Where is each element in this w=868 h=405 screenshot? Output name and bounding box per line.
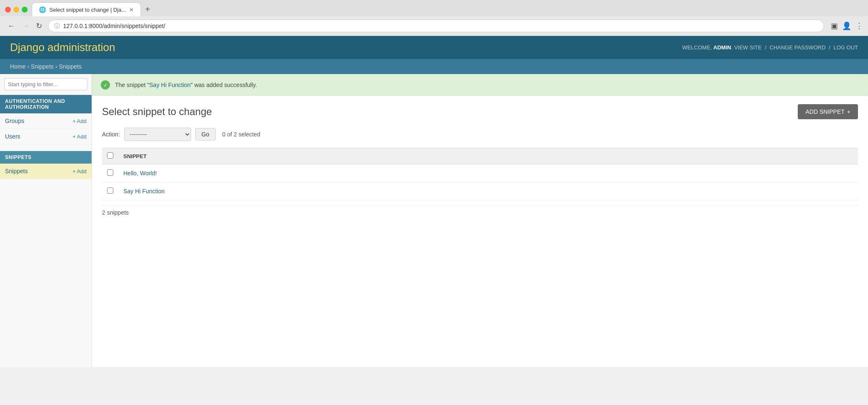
page-title: Select snippet to change: [102, 106, 212, 118]
auth-section-header: AUTHENTICATION AND AUTHORIZATION: [0, 95, 92, 113]
snippet-link-1[interactable]: Say Hi Function: [123, 188, 165, 195]
row-snippet-cell: Hello, World!: [118, 164, 858, 182]
breadcrumb-sep2: ›: [55, 63, 57, 70]
reload-button[interactable]: ↻: [33, 21, 45, 31]
main-content: ✓ The snippet "Say Hi Function" was adde…: [92, 74, 868, 367]
table-row: Say Hi Function: [102, 182, 858, 200]
sidebar-item-users: Users + Add: [0, 129, 92, 144]
tab-close-icon[interactable]: ✕: [129, 7, 134, 13]
breadcrumb-snippets-child: Snippets: [59, 63, 82, 70]
th-snippet: SNIPPET: [118, 148, 858, 164]
breadcrumb: Home › Snippets › Snippets: [0, 59, 868, 74]
user-nav: WELCOME, ADMIN. VIEW SITE / CHANGE PASSW…: [682, 44, 858, 51]
add-snippet-button[interactable]: ADD SNIPPET +: [798, 104, 858, 119]
forward-button[interactable]: →: [19, 21, 32, 31]
view-site-link[interactable]: VIEW SITE: [734, 44, 762, 51]
action-select[interactable]: ---------: [124, 128, 191, 141]
row-checkbox-cell: [102, 182, 118, 200]
sidebar: AUTHENTICATION AND AUTHORIZATION Groups …: [0, 74, 92, 367]
django-content: AUTHENTICATION AND AUTHORIZATION Groups …: [0, 74, 868, 367]
success-snippet-link[interactable]: Say Hi Function: [149, 82, 191, 88]
snippet-count: 2 snippets: [102, 205, 858, 216]
table-header-row: SNIPPET: [102, 148, 858, 164]
snippets-add-link[interactable]: + Add: [72, 168, 87, 174]
tab-favicon: 🌐: [39, 6, 46, 13]
cast-icon[interactable]: ▣: [831, 21, 838, 31]
change-password-link[interactable]: CHANGE PASSWORD: [770, 44, 826, 51]
sep2: /: [829, 44, 830, 51]
action-label: Action:: [102, 131, 120, 138]
tab-bar: 🌐 Select snippet to change | Dja... ✕ +: [0, 0, 868, 16]
row-snippet-cell: Say Hi Function: [118, 182, 858, 200]
success-message: ✓ The snippet "Say Hi Function" was adde…: [92, 74, 868, 96]
django-app: Django administration WELCOME, ADMIN. VI…: [0, 36, 868, 405]
table-row: Hello, World!: [102, 164, 858, 182]
django-title: Django administration: [10, 41, 115, 54]
th-checkbox: [102, 148, 118, 164]
row-checkbox-cell: [102, 164, 118, 182]
users-link[interactable]: Users: [5, 133, 20, 140]
action-bar: Action: --------- Go 0 of 2 selected: [102, 128, 858, 141]
back-button[interactable]: ←: [5, 21, 18, 31]
sidebar-filter-input[interactable]: [4, 78, 87, 90]
sidebar-filter-container: [0, 74, 92, 95]
welcome-prefix: WELCOME,: [682, 44, 712, 51]
breadcrumb-snippets-parent[interactable]: Snippets: [31, 63, 54, 70]
snippets-link[interactable]: Snippets: [5, 168, 28, 174]
active-tab[interactable]: 🌐 Select snippet to change | Dja... ✕: [32, 3, 141, 16]
row-checkbox-1[interactable]: [107, 187, 113, 194]
traffic-lights: [5, 7, 28, 13]
breadcrumb-home[interactable]: Home: [10, 63, 26, 70]
browser-chrome: 🌐 Select snippet to change | Dja... ✕ + …: [0, 0, 868, 36]
admin-name: ADMIN: [713, 44, 731, 51]
content-header: Select snippet to change ADD SNIPPET +: [102, 104, 858, 119]
traffic-light-green[interactable]: [22, 7, 28, 13]
selected-count: 0 of 2 selected: [222, 131, 260, 138]
address-bar[interactable]: ⓘ 127.0.0.1:8000/admin/snippets/snippet/: [48, 20, 824, 32]
success-icon: ✓: [101, 80, 110, 90]
go-button[interactable]: Go: [195, 128, 216, 141]
row-checkbox-0[interactable]: [107, 169, 113, 176]
address-icon: ⓘ: [54, 22, 60, 30]
groups-add-link[interactable]: + Add: [72, 118, 87, 124]
sep1: /: [765, 44, 766, 51]
snippets-section-header: SNIPPETS: [0, 151, 92, 164]
add-snippet-plus-icon: +: [847, 108, 850, 115]
sidebar-item-snippets: Snippets + Add: [0, 164, 92, 179]
traffic-light-red[interactable]: [5, 7, 11, 13]
users-add-link[interactable]: + Add: [72, 133, 87, 140]
select-all-checkbox[interactable]: [107, 152, 113, 159]
sidebar-item-groups: Groups + Add: [0, 113, 92, 129]
django-header: Django administration WELCOME, ADMIN. VI…: [0, 36, 868, 59]
breadcrumb-sep1: ›: [27, 63, 29, 70]
menu-icon[interactable]: ⋮: [855, 21, 863, 31]
traffic-light-yellow[interactable]: [13, 7, 19, 13]
groups-link[interactable]: Groups: [5, 118, 24, 124]
snippets-table: SNIPPET Hello, World! Say Hi Function: [102, 148, 858, 200]
address-text: 127.0.0.1:8000/admin/snippets/snippet/: [63, 23, 818, 29]
profile-icon[interactable]: 👤: [842, 21, 851, 31]
snippet-link-0[interactable]: Hello, World!: [123, 170, 157, 177]
log-out-link[interactable]: LOG OUT: [833, 44, 858, 51]
success-text: The snippet "Say Hi Function" was added …: [115, 82, 257, 88]
new-tab-button[interactable]: +: [142, 3, 153, 16]
tab-title: Select snippet to change | Dja...: [49, 7, 126, 13]
add-snippet-label: ADD SNIPPET: [805, 108, 844, 115]
content-area: Select snippet to change ADD SNIPPET + A…: [92, 96, 868, 224]
